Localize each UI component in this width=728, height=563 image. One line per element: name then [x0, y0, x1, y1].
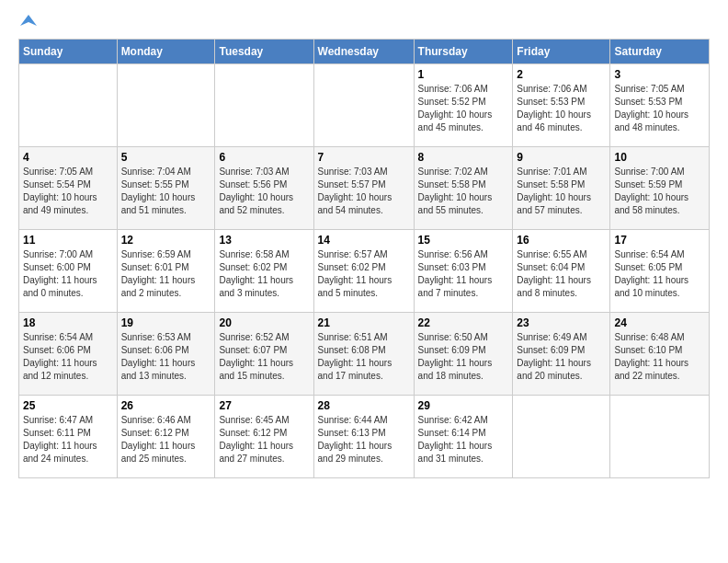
calendar-cell: 28Sunrise: 6:44 AM Sunset: 6:13 PM Dayli…: [313, 396, 414, 478]
page-header: [18, 15, 710, 29]
day-info: Sunrise: 7:01 AM Sunset: 5:58 PM Dayligh…: [517, 166, 606, 217]
col-sunday: Sunday: [19, 40, 118, 64]
calendar-cell: 21Sunrise: 6:51 AM Sunset: 6:08 PM Dayli…: [313, 313, 414, 396]
day-info: Sunrise: 6:58 AM Sunset: 6:02 PM Dayligh…: [219, 248, 309, 300]
col-tuesday: Tuesday: [215, 40, 313, 64]
day-number: 2: [517, 68, 606, 81]
day-info: Sunrise: 6:46 AM Sunset: 6:12 PM Dayligh…: [121, 414, 211, 465]
day-number: 9: [517, 151, 606, 164]
day-info: Sunrise: 6:57 AM Sunset: 6:02 PM Dayligh…: [318, 248, 410, 300]
calendar-cell: 11Sunrise: 7:00 AM Sunset: 6:00 PM Dayli…: [19, 230, 118, 313]
day-info: Sunrise: 7:06 AM Sunset: 5:53 PM Dayligh…: [517, 83, 606, 134]
day-info: Sunrise: 7:00 AM Sunset: 5:59 PM Dayligh…: [614, 166, 705, 217]
day-number: 7: [318, 151, 410, 164]
day-info: Sunrise: 6:42 AM Sunset: 6:14 PM Dayligh…: [418, 414, 509, 465]
day-info: Sunrise: 6:50 AM Sunset: 6:09 PM Dayligh…: [418, 331, 509, 383]
calendar-cell: [117, 64, 215, 147]
day-info: Sunrise: 6:53 AM Sunset: 6:06 PM Dayligh…: [121, 331, 211, 383]
day-number: 3: [614, 68, 705, 81]
day-number: 21: [318, 316, 410, 329]
calendar-cell: 23Sunrise: 6:49 AM Sunset: 6:09 PM Dayli…: [513, 313, 610, 396]
calendar-cell: 19Sunrise: 6:53 AM Sunset: 6:06 PM Dayli…: [117, 313, 215, 396]
svg-marker-0: [20, 15, 37, 26]
day-number: 10: [614, 151, 705, 164]
calendar-cell: 13Sunrise: 6:58 AM Sunset: 6:02 PM Dayli…: [215, 230, 313, 313]
calendar-cell: 17Sunrise: 6:54 AM Sunset: 6:05 PM Dayli…: [610, 230, 710, 313]
col-monday: Monday: [117, 40, 215, 64]
day-info: Sunrise: 6:54 AM Sunset: 6:06 PM Dayligh…: [23, 331, 113, 383]
day-info: Sunrise: 6:47 AM Sunset: 6:11 PM Dayligh…: [23, 414, 113, 465]
day-number: 6: [219, 151, 309, 164]
day-number: 24: [614, 316, 705, 329]
day-info: Sunrise: 7:06 AM Sunset: 5:52 PM Dayligh…: [418, 83, 509, 134]
calendar-table: Sunday Monday Tuesday Wednesday Thursday…: [18, 39, 710, 478]
day-number: 17: [614, 234, 705, 247]
day-number: 28: [318, 399, 410, 412]
calendar-cell: 3Sunrise: 7:05 AM Sunset: 5:53 PM Daylig…: [610, 64, 710, 147]
day-info: Sunrise: 6:51 AM Sunset: 6:08 PM Dayligh…: [318, 331, 410, 383]
day-info: Sunrise: 7:00 AM Sunset: 6:00 PM Dayligh…: [23, 248, 113, 300]
day-info: Sunrise: 6:44 AM Sunset: 6:13 PM Dayligh…: [318, 414, 410, 465]
col-friday: Friday: [513, 40, 610, 64]
calendar-cell: 2Sunrise: 7:06 AM Sunset: 5:53 PM Daylig…: [513, 64, 610, 147]
day-number: 11: [23, 234, 113, 247]
day-info: Sunrise: 6:56 AM Sunset: 6:03 PM Dayligh…: [418, 248, 509, 300]
day-number: 1: [418, 68, 509, 81]
calendar-cell: 20Sunrise: 6:52 AM Sunset: 6:07 PM Dayli…: [215, 313, 313, 396]
calendar-cell: 15Sunrise: 6:56 AM Sunset: 6:03 PM Dayli…: [414, 230, 513, 313]
day-info: Sunrise: 6:49 AM Sunset: 6:09 PM Dayligh…: [517, 331, 606, 383]
col-wednesday: Wednesday: [313, 40, 414, 64]
calendar-cell: 5Sunrise: 7:04 AM Sunset: 5:55 PM Daylig…: [117, 147, 215, 230]
calendar-cell: [215, 64, 313, 147]
day-number: 4: [23, 151, 113, 164]
calendar-cell: 6Sunrise: 7:03 AM Sunset: 5:56 PM Daylig…: [215, 147, 313, 230]
calendar-week-row: 18Sunrise: 6:54 AM Sunset: 6:06 PM Dayli…: [19, 313, 710, 396]
calendar-cell: 10Sunrise: 7:00 AM Sunset: 5:59 PM Dayli…: [610, 147, 710, 230]
day-number: 26: [121, 399, 211, 412]
day-number: 23: [517, 316, 606, 329]
day-info: Sunrise: 7:05 AM Sunset: 5:53 PM Dayligh…: [614, 83, 705, 134]
day-info: Sunrise: 7:03 AM Sunset: 5:57 PM Dayligh…: [318, 166, 410, 217]
day-number: 13: [219, 234, 309, 247]
calendar-cell: [513, 396, 610, 478]
calendar-cell: 22Sunrise: 6:50 AM Sunset: 6:09 PM Dayli…: [414, 313, 513, 396]
day-info: Sunrise: 7:05 AM Sunset: 5:54 PM Dayligh…: [23, 166, 113, 217]
logo-bird-icon: [20, 13, 37, 29]
day-number: 29: [418, 399, 509, 412]
calendar-cell: 29Sunrise: 6:42 AM Sunset: 6:14 PM Dayli…: [414, 396, 513, 478]
calendar-week-row: 1Sunrise: 7:06 AM Sunset: 5:52 PM Daylig…: [19, 64, 710, 147]
col-thursday: Thursday: [414, 40, 513, 64]
calendar-cell: 18Sunrise: 6:54 AM Sunset: 6:06 PM Dayli…: [19, 313, 118, 396]
calendar-cell: 4Sunrise: 7:05 AM Sunset: 5:54 PM Daylig…: [19, 147, 118, 230]
day-info: Sunrise: 6:52 AM Sunset: 6:07 PM Dayligh…: [219, 331, 309, 383]
calendar-cell: 12Sunrise: 6:59 AM Sunset: 6:01 PM Dayli…: [117, 230, 215, 313]
day-info: Sunrise: 7:04 AM Sunset: 5:55 PM Dayligh…: [121, 166, 211, 217]
calendar-cell: 8Sunrise: 7:02 AM Sunset: 5:58 PM Daylig…: [414, 147, 513, 230]
day-info: Sunrise: 7:03 AM Sunset: 5:56 PM Dayligh…: [219, 166, 309, 217]
day-number: 15: [418, 234, 509, 247]
day-number: 5: [121, 151, 211, 164]
logo: [18, 15, 37, 29]
calendar-cell: [313, 64, 414, 147]
calendar-cell: 24Sunrise: 6:48 AM Sunset: 6:10 PM Dayli…: [610, 313, 710, 396]
calendar-cell: [19, 64, 118, 147]
col-saturday: Saturday: [610, 40, 710, 64]
calendar-cell: 7Sunrise: 7:03 AM Sunset: 5:57 PM Daylig…: [313, 147, 414, 230]
day-number: 8: [418, 151, 509, 164]
calendar-cell: [610, 396, 710, 478]
calendar-cell: 25Sunrise: 6:47 AM Sunset: 6:11 PM Dayli…: [19, 396, 118, 478]
day-info: Sunrise: 6:45 AM Sunset: 6:12 PM Dayligh…: [219, 414, 309, 465]
calendar-week-row: 11Sunrise: 7:00 AM Sunset: 6:00 PM Dayli…: [19, 230, 710, 313]
calendar-week-row: 25Sunrise: 6:47 AM Sunset: 6:11 PM Dayli…: [19, 396, 710, 478]
day-number: 18: [23, 316, 113, 329]
calendar-cell: 27Sunrise: 6:45 AM Sunset: 6:12 PM Dayli…: [215, 396, 313, 478]
calendar-cell: 16Sunrise: 6:55 AM Sunset: 6:04 PM Dayli…: [513, 230, 610, 313]
calendar-cell: 9Sunrise: 7:01 AM Sunset: 5:58 PM Daylig…: [513, 147, 610, 230]
calendar-cell: 26Sunrise: 6:46 AM Sunset: 6:12 PM Dayli…: [117, 396, 215, 478]
day-number: 14: [318, 234, 410, 247]
day-info: Sunrise: 7:02 AM Sunset: 5:58 PM Dayligh…: [418, 166, 509, 217]
day-number: 22: [418, 316, 509, 329]
calendar-header-row: Sunday Monday Tuesday Wednesday Thursday…: [19, 40, 710, 64]
day-number: 19: [121, 316, 211, 329]
day-info: Sunrise: 6:48 AM Sunset: 6:10 PM Dayligh…: [614, 331, 705, 383]
